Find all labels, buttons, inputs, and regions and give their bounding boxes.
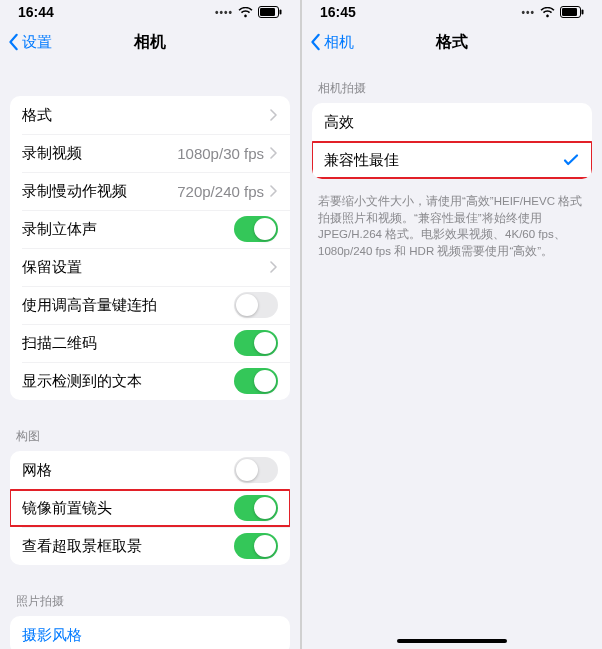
toggle-qr[interactable] bbox=[234, 330, 278, 356]
row-preserve[interactable]: 保留设置 bbox=[10, 248, 290, 286]
toggle-grid[interactable] bbox=[234, 457, 278, 483]
toggle-view-outside[interactable] bbox=[234, 533, 278, 559]
row-grid: 网格 bbox=[10, 451, 290, 489]
row-label: 使用调高音量键连拍 bbox=[22, 296, 157, 315]
row-label: 扫描二维码 bbox=[22, 334, 97, 353]
back-button[interactable]: 设置 bbox=[8, 22, 52, 62]
section-header-camera-capture: 相机拍摄 bbox=[302, 62, 602, 103]
row-label: 显示检测到的文本 bbox=[22, 372, 142, 391]
row-label: 网格 bbox=[22, 461, 52, 480]
row-photo-styles[interactable]: 摄影风格 bbox=[10, 616, 290, 649]
row-label: 查看超取景框取景 bbox=[22, 537, 142, 556]
page-title: 相机 bbox=[134, 32, 166, 53]
wifi-icon bbox=[540, 7, 555, 18]
section-header-composition: 构图 bbox=[0, 410, 300, 451]
cellular-dots-icon: •••• bbox=[215, 7, 233, 18]
row-label: 镜像前置镜头 bbox=[22, 499, 112, 518]
row-detect-text: 显示检测到的文本 bbox=[10, 362, 290, 400]
cellular-dots-icon: ••• bbox=[521, 7, 535, 18]
row-stereo: 录制立体声 bbox=[10, 210, 290, 248]
nav-bar: 设置 相机 bbox=[0, 22, 300, 62]
content-area: 相机拍摄 高效 兼容性最佳 若要缩小文件大小，请使用“高效”HEIF/HEVC … bbox=[302, 62, 602, 649]
wifi-icon bbox=[238, 7, 253, 18]
row-record-video[interactable]: 录制视频 1080p/30 fps bbox=[10, 134, 290, 172]
row-qr: 扫描二维码 bbox=[10, 324, 290, 362]
svg-rect-4 bbox=[562, 8, 577, 16]
nav-bar: 相机 格式 bbox=[302, 22, 602, 62]
checkmark-icon bbox=[562, 151, 580, 169]
chevron-right-icon bbox=[270, 147, 278, 159]
row-formats[interactable]: 格式 bbox=[10, 96, 290, 134]
group-formats: 高效 兼容性最佳 bbox=[312, 103, 592, 179]
row-most-compatible[interactable]: 兼容性最佳 bbox=[312, 141, 592, 179]
chevron-left-icon bbox=[310, 33, 322, 51]
status-time: 16:44 bbox=[18, 4, 54, 20]
battery-icon bbox=[560, 6, 584, 18]
row-value: 720p/240 fps bbox=[177, 183, 264, 200]
chevron-left-icon bbox=[8, 33, 20, 51]
chevron-right-icon bbox=[270, 185, 278, 197]
row-label: 格式 bbox=[22, 106, 52, 125]
group-main: 格式 录制视频 1080p/30 fps 录制慢动作视频 720p/240 fp… bbox=[10, 96, 290, 400]
chevron-right-icon bbox=[270, 109, 278, 121]
svg-rect-1 bbox=[260, 8, 275, 16]
footnote-formats: 若要缩小文件大小，请使用“高效”HEIF/HEVC 格式拍摄照片和视频。“兼容性… bbox=[302, 189, 602, 260]
row-label: 高效 bbox=[324, 113, 354, 132]
back-label: 设置 bbox=[22, 33, 52, 52]
svg-rect-5 bbox=[582, 10, 584, 15]
phone-camera-settings: 16:44 •••• 设置 相机 格式 录制视频 10 bbox=[0, 0, 300, 649]
phone-formats: 16:45 ••• 相机 格式 相机拍摄 高效 兼容性最佳 bbox=[302, 0, 602, 649]
back-label: 相机 bbox=[324, 33, 354, 52]
row-mirror-front: 镜像前置镜头 bbox=[10, 489, 290, 527]
row-label: 保留设置 bbox=[22, 258, 82, 277]
toggle-stereo[interactable] bbox=[234, 216, 278, 242]
status-bar: 16:44 •••• bbox=[0, 0, 300, 22]
toggle-detect-text[interactable] bbox=[234, 368, 278, 394]
status-time: 16:45 bbox=[320, 4, 356, 20]
chevron-right-icon bbox=[270, 261, 278, 273]
row-view-outside: 查看超取景框取景 bbox=[10, 527, 290, 565]
svg-rect-2 bbox=[280, 10, 282, 15]
group-composition: 网格 镜像前置镜头 查看超取景框取景 bbox=[10, 451, 290, 565]
row-value: 1080p/30 fps bbox=[177, 145, 264, 162]
toggle-mirror-front[interactable] bbox=[234, 495, 278, 521]
back-button[interactable]: 相机 bbox=[310, 22, 354, 62]
page-title: 格式 bbox=[436, 32, 468, 53]
content-area: 格式 录制视频 1080p/30 fps 录制慢动作视频 720p/240 fp… bbox=[0, 62, 300, 649]
row-label: 兼容性最佳 bbox=[324, 151, 399, 170]
group-capture: 摄影风格 bbox=[10, 616, 290, 649]
row-label: 摄影风格 bbox=[22, 626, 82, 645]
home-indicator bbox=[397, 639, 507, 643]
battery-icon bbox=[258, 6, 282, 18]
row-label: 录制慢动作视频 bbox=[22, 182, 127, 201]
section-header-capture: 照片拍摄 bbox=[0, 575, 300, 616]
row-label: 录制立体声 bbox=[22, 220, 97, 239]
row-label: 录制视频 bbox=[22, 144, 82, 163]
row-record-slomo[interactable]: 录制慢动作视频 720p/240 fps bbox=[10, 172, 290, 210]
toggle-burst-volup[interactable] bbox=[234, 292, 278, 318]
row-burst-volup: 使用调高音量键连拍 bbox=[10, 286, 290, 324]
status-bar: 16:45 ••• bbox=[302, 0, 602, 22]
row-high-efficiency[interactable]: 高效 bbox=[312, 103, 592, 141]
